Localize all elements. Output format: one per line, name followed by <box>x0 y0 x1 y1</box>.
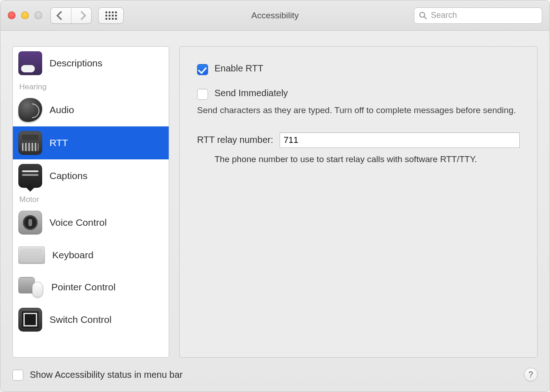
relay-number-input[interactable] <box>280 132 520 148</box>
sidebar-item-label: Captions <box>50 170 88 181</box>
help-icon: ? <box>528 370 533 380</box>
window-controls <box>8 11 42 19</box>
rtt-icon <box>18 131 42 155</box>
close-window-button[interactable] <box>8 11 16 19</box>
zoom-window-button[interactable] <box>34 11 42 19</box>
relay-number-row: RTT relay number: <box>197 132 520 148</box>
captions-icon <box>18 164 42 188</box>
switch-control-icon <box>18 308 42 332</box>
show-status-checkbox[interactable] <box>12 370 23 381</box>
chevron-right-icon <box>77 11 86 20</box>
footer: Show Accessibility status in menu bar ? <box>0 363 550 392</box>
relay-number-hint: The phone number to use to start relay c… <box>214 154 520 164</box>
sidebar-section-header-motor: Motor <box>13 192 169 206</box>
voice-control-icon <box>18 211 42 234</box>
sidebar-item-switch-control[interactable]: Switch Control <box>13 303 169 336</box>
minimize-window-button[interactable] <box>21 11 29 19</box>
audio-icon <box>18 98 42 122</box>
sidebar-section-header-hearing: Hearing <box>13 80 169 93</box>
sidebar-item-label: Voice Control <box>50 217 107 228</box>
nav-back-forward <box>50 7 92 24</box>
send-immediately-row: Send Immediately <box>197 88 520 100</box>
chevron-left-icon <box>56 11 66 20</box>
preferences-window: Accessibility Descriptions Hearing <box>0 0 550 392</box>
sidebar-item-label: Descriptions <box>50 58 103 69</box>
detail-pane: Enable RTT Send Immediately Send charact… <box>179 46 538 358</box>
keyboard-icon <box>18 246 45 264</box>
svg-line-1 <box>424 16 427 19</box>
sidebar-item-label: Audio <box>50 104 74 115</box>
search-input[interactable] <box>431 11 537 20</box>
back-button[interactable] <box>51 8 71 23</box>
enable-rtt-label: Enable RTT <box>214 63 263 74</box>
descriptions-icon <box>18 51 42 75</box>
send-immediately-checkbox[interactable] <box>197 89 208 100</box>
enable-rtt-checkbox[interactable] <box>197 64 208 75</box>
sidebar-item-label: RTT <box>50 137 68 148</box>
sidebar-item-audio[interactable]: Audio <box>13 93 169 126</box>
sidebar-item-label: Keyboard <box>52 250 94 261</box>
sidebar: Descriptions Hearing Audio RTT Captions … <box>12 46 169 358</box>
sidebar-item-voice-control[interactable]: Voice Control <box>13 206 169 239</box>
grid-icon <box>105 11 117 20</box>
sidebar-item-label: Switch Control <box>50 314 111 325</box>
show-status-label: Show Accessibility status in menu bar <box>30 370 183 380</box>
body: Descriptions Hearing Audio RTT Captions … <box>0 31 550 363</box>
sidebar-item-keyboard[interactable]: Keyboard <box>13 239 169 271</box>
sidebar-item-descriptions[interactable]: Descriptions <box>13 47 169 80</box>
show-all-button[interactable] <box>98 7 124 24</box>
enable-rtt-row: Enable RTT <box>197 63 520 75</box>
send-immediately-label: Send Immediately <box>214 88 520 98</box>
search-icon <box>419 11 427 20</box>
sidebar-item-captions[interactable]: Captions <box>13 159 169 192</box>
relay-number-label: RTT relay number: <box>197 135 273 145</box>
forward-button[interactable] <box>71 8 91 23</box>
svg-point-0 <box>420 12 425 17</box>
sidebar-item-label: Pointer Control <box>51 282 116 293</box>
sidebar-item-pointer-control[interactable]: Pointer Control <box>13 271 169 303</box>
pointer-control-icon <box>18 277 44 297</box>
search-field[interactable] <box>414 7 542 24</box>
send-immediately-hint: Send characters as they are typed. Turn … <box>197 104 520 117</box>
titlebar: Accessibility <box>0 0 550 31</box>
help-button[interactable]: ? <box>524 368 538 381</box>
sidebar-item-rtt[interactable]: RTT <box>13 126 169 159</box>
